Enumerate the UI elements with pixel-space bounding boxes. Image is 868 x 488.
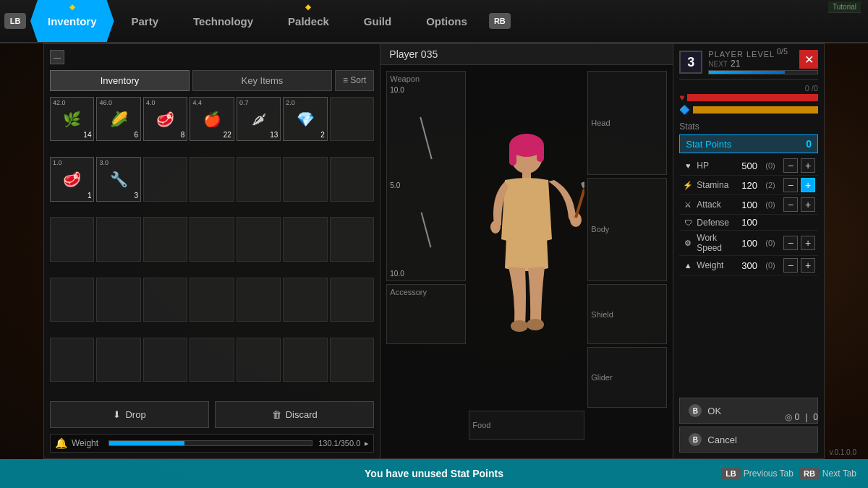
inventory-slot-10[interactable] <box>190 157 234 201</box>
xp-display: 0 /0 <box>679 84 818 93</box>
level-xp-bar <box>708 70 818 74</box>
stat-plus-btn-2[interactable]: + <box>801 197 815 212</box>
food-slot[interactable]: Food <box>469 411 584 440</box>
accessory-slot[interactable]: Accessory <box>386 284 466 344</box>
item-icon-5: 💎 <box>297 112 315 127</box>
stat-minus-btn-4[interactable]: − <box>783 236 798 250</box>
weight-label: Weight <box>72 438 104 448</box>
inventory-slot-4[interactable]: 0.7🌶13 <box>237 97 281 141</box>
equipment-grid: Weapon 10.0 5.0 10.0 Head <box>380 65 673 458</box>
cancel-button[interactable]: B Cancel <box>679 427 818 453</box>
glider-slot[interactable]: Glider <box>587 347 667 407</box>
inventory-slot-12[interactable] <box>283 157 327 201</box>
tab-options[interactable]: Options <box>409 0 485 42</box>
status-text: You have unused Stat Points <box>365 468 503 479</box>
inventory-slot-27[interactable] <box>330 278 374 322</box>
tab-guild-label: Guild <box>364 15 391 27</box>
previous-tab-label: Previous Tab <box>744 468 793 479</box>
item-count-4: 13 <box>270 131 278 139</box>
drop-button[interactable]: ⬇ Drop <box>50 401 209 428</box>
player-level-section: 3 PLAYER LEVEL NEXT 21 <box>679 50 818 80</box>
stat-plus-btn-5[interactable]: + <box>801 258 815 273</box>
stats-title: Stats <box>679 121 818 132</box>
inventory-slot-26[interactable] <box>283 278 327 322</box>
close-button[interactable]: ✕ <box>799 50 818 69</box>
head-slot[interactable]: Head <box>587 71 667 175</box>
stat-minus-btn-0[interactable]: − <box>783 158 798 173</box>
stat-plus-btn-1[interactable]: + <box>801 178 815 192</box>
inventory-slot-17[interactable] <box>190 217 234 261</box>
inventory-slot-20[interactable] <box>330 217 374 261</box>
next-tab-label: Next Tab <box>822 468 856 479</box>
inventory-slot-33[interactable] <box>283 338 327 382</box>
inventory-slot-11[interactable] <box>237 157 281 201</box>
inventory-slot-32[interactable] <box>237 338 281 382</box>
inventory-slot-1[interactable]: 46.0🌽6 <box>96 97 140 141</box>
inventory-slot-6[interactable] <box>330 97 374 141</box>
weapon-slot[interactable]: Weapon 10.0 5.0 10.0 <box>386 71 466 281</box>
stat-row-work-speed: ⚙ Work Speed 100 (0) − + <box>679 231 818 256</box>
inventory-slot-24[interactable] <box>190 278 234 322</box>
inventory-slot-23[interactable] <box>143 278 187 322</box>
shield-slot[interactable]: Shield <box>587 284 667 344</box>
tab-inventory[interactable]: ◆ Inventory <box>30 0 114 42</box>
tab-party-label: Party <box>132 15 159 27</box>
tab-technology[interactable]: Technology <box>176 0 271 42</box>
stat-plus-btn-4[interactable]: + <box>801 236 815 250</box>
key-items-tab-btn[interactable]: Key Items <box>192 70 332 91</box>
lb-button[interactable]: LB <box>4 13 26 29</box>
discard-button[interactable]: 🗑 Discard <box>215 401 374 428</box>
tab-party[interactable]: Party <box>114 0 176 42</box>
item-count-1: 6 <box>134 131 138 139</box>
inventory-slot-29[interactable] <box>96 338 140 382</box>
panel-minimize-btn[interactable]: — <box>50 50 64 64</box>
inventory-slot-34[interactable] <box>330 338 374 382</box>
inventory-slot-22[interactable] <box>96 278 140 322</box>
inventory-tab-btn[interactable]: Inventory <box>50 70 190 91</box>
discard-icon: 🗑 <box>272 409 281 420</box>
inventory-slot-16[interactable] <box>143 217 187 261</box>
tab-guild[interactable]: Guild <box>346 0 409 42</box>
weight-unit: ▸ <box>365 439 369 448</box>
stat-icon-1: ⚡ <box>682 181 694 190</box>
weight-progress-fill <box>109 441 184 445</box>
inventory-slot-15[interactable] <box>96 217 140 261</box>
inventory-slot-9[interactable] <box>143 157 187 201</box>
inventory-slot-25[interactable] <box>237 278 281 322</box>
inventory-slot-18[interactable] <box>237 217 281 261</box>
tab-paldeck[interactable]: ◆ Paldeck <box>271 0 346 42</box>
stat-minus-btn-1[interactable]: − <box>783 178 798 192</box>
item-icon-1: 🌽 <box>110 112 128 127</box>
stat-bonus-4: (0) <box>760 239 780 247</box>
inventory-slot-19[interactable] <box>283 217 327 261</box>
stat-name-4: Work Speed <box>697 233 729 253</box>
item-icon-7: 🥩 <box>63 172 81 187</box>
inventory-slot-13[interactable] <box>330 157 374 201</box>
item-icon-2: 🥩 <box>156 112 174 127</box>
inventory-slot-31[interactable] <box>190 338 234 382</box>
stat-minus-btn-5[interactable]: − <box>783 258 798 273</box>
rb-button[interactable]: RB <box>489 13 511 29</box>
inventory-slot-28[interactable] <box>50 338 94 382</box>
inventory-slot-14[interactable] <box>50 217 94 261</box>
items-count: 0/5 <box>777 47 788 56</box>
tab-technology-label: Technology <box>193 15 253 27</box>
next-val: 21 <box>731 59 740 69</box>
stat-plus-btn-0[interactable]: + <box>801 158 815 173</box>
inventory-slot-30[interactable] <box>143 338 187 382</box>
item-icon-8: 🔧 <box>110 172 128 187</box>
inventory-slot-5[interactable]: 2.0💎2 <box>283 97 327 141</box>
inventory-slot-21[interactable] <box>50 278 94 322</box>
inventory-slot-3[interactable]: 4.4🍎22 <box>190 97 234 141</box>
stat-points-val: 0 <box>806 138 812 150</box>
inventory-slot-0[interactable]: 42.0🌿14 <box>50 97 94 141</box>
inventory-slot-7[interactable]: 1.0🥩1 <box>50 157 94 201</box>
inventory-slot-8[interactable]: 3.0🔧3 <box>96 157 140 201</box>
inventory-slot-2[interactable]: 4.0🥩8 <box>143 97 187 141</box>
version-text: v.0.1.0.0 <box>829 448 856 456</box>
sort-button[interactable]: ≡ Sort <box>335 70 374 91</box>
stat-minus-btn-2[interactable]: − <box>783 197 798 212</box>
body-slot[interactable]: Body <box>587 178 667 282</box>
item-weight-3: 4.4 <box>192 99 202 106</box>
stat-val-1: 120 <box>732 180 757 191</box>
